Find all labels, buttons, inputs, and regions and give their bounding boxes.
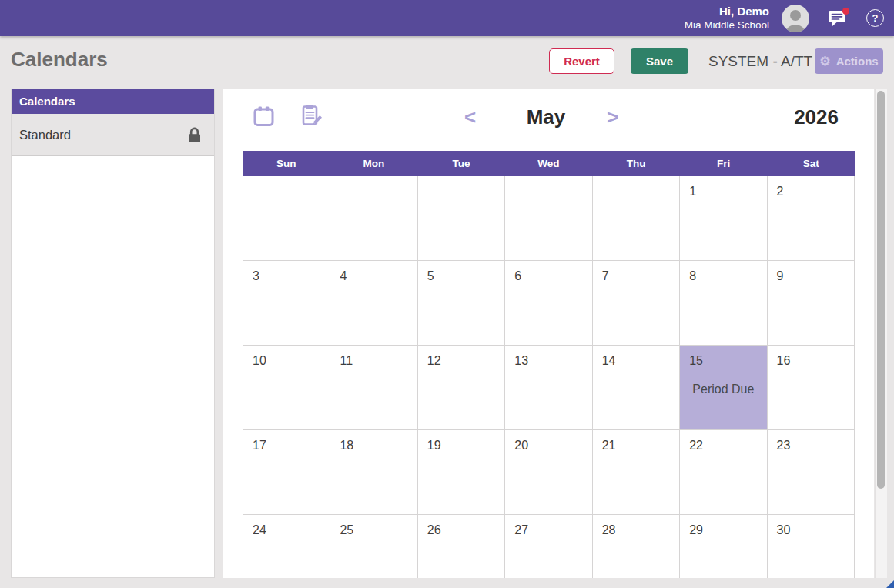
day-number: 21	[602, 439, 679, 453]
avatar[interactable]	[782, 5, 809, 32]
day-number: 16	[777, 354, 854, 368]
calendar-day-cell[interactable]	[593, 176, 679, 260]
sidebar: Calendars Standard	[11, 89, 215, 578]
next-month-button[interactable]: >	[607, 106, 618, 129]
calendar-day-cell[interactable]: 18	[330, 430, 417, 514]
sidebar-header: Calendars	[12, 89, 214, 114]
day-number: 12	[427, 354, 504, 368]
calendar-day-cell[interactable]	[330, 176, 417, 260]
weekday-label: Mon	[330, 151, 418, 176]
help-icon[interactable]: ?	[866, 9, 884, 27]
day-number: 25	[340, 523, 417, 537]
sidebar-item-label: Standard	[19, 128, 71, 142]
day-number: 23	[777, 439, 854, 453]
calendar-glyph	[253, 105, 274, 127]
calendar-day-cell[interactable]: 7	[593, 261, 679, 345]
notification-dot	[842, 8, 849, 15]
day-number: 30	[777, 523, 854, 537]
calendar-day-cell[interactable]	[505, 176, 591, 260]
weekday-label: Thu	[592, 151, 680, 176]
day-number: 20	[514, 439, 591, 453]
calendar-panel: < May > 2026 SunMonTueWedThuFriSat 12345…	[223, 89, 874, 578]
calendar-day-cell[interactable]: 3	[243, 261, 330, 345]
calendar-day-cell[interactable]: 30	[768, 515, 854, 578]
calendar-day-cell[interactable]: 14	[593, 346, 679, 429]
day-number: 11	[340, 354, 417, 368]
day-number: 4	[340, 269, 417, 283]
actions-button-label: Actions	[836, 55, 879, 68]
day-number: 15	[689, 354, 766, 368]
clipboard-pencil-glyph	[302, 104, 322, 127]
corner-resize-triangle	[886, 580, 894, 588]
calendar-day-cell[interactable]: 25	[330, 515, 417, 578]
day-number: 24	[253, 523, 330, 537]
day-number: 29	[689, 523, 766, 537]
calendar-day-cell[interactable]: 4	[330, 261, 417, 345]
save-button[interactable]: Save	[631, 48, 688, 74]
lock-icon	[187, 127, 202, 143]
calendar-day-cell[interactable]: 19	[418, 430, 504, 514]
calendar-day-cell[interactable]	[418, 176, 504, 260]
calendar-day-cell[interactable]: 24	[243, 515, 330, 578]
day-number: 1	[689, 185, 766, 199]
day-number: 10	[253, 354, 330, 368]
calendar-day-cell[interactable]: 27	[505, 515, 591, 578]
topbar: Hi, Demo Mia Middle School ?	[0, 0, 894, 36]
day-number: 28	[602, 523, 679, 537]
system-label: SYSTEM - A/TT	[708, 53, 812, 70]
calendar-day-cell[interactable]: 12	[418, 346, 504, 429]
day-number: 14	[602, 354, 679, 368]
day-number: 18	[340, 439, 417, 453]
weekday-row: SunMonTueWedThuFriSat	[243, 151, 855, 176]
calendar-day-cell[interactable]	[243, 176, 330, 260]
calendar-day-cell[interactable]: 8	[680, 261, 766, 345]
messages-icon[interactable]	[828, 10, 846, 27]
calendar-day-cell[interactable]: 29	[680, 515, 766, 578]
day-number: 27	[514, 523, 591, 537]
scrollbar-track[interactable]	[875, 89, 887, 578]
weekday-label: Sat	[767, 151, 855, 176]
sidebar-item-standard[interactable]: Standard	[12, 114, 214, 156]
calendar-day-cell[interactable]: 16	[768, 346, 854, 429]
calendar-day-cell[interactable]: 21	[593, 430, 679, 514]
avatar-head-shape	[790, 10, 801, 21]
day-number: 22	[689, 439, 766, 453]
day-number: 5	[427, 269, 504, 283]
calendar-day-cell[interactable]: 5	[418, 261, 504, 345]
day-number: 6	[514, 269, 591, 283]
calendar-day-cell[interactable]: 23	[768, 430, 854, 514]
calendar-day-cell[interactable]: 17	[243, 430, 330, 514]
calendar-day-cell[interactable]: 13	[505, 346, 591, 429]
calendar-day-cell[interactable]: 28	[593, 515, 679, 578]
weekday-label: Sun	[243, 151, 330, 176]
day-number: 19	[427, 439, 504, 453]
calendar-day-cell[interactable]: 2	[768, 176, 854, 260]
calendar-day-cell[interactable]: 11	[330, 346, 417, 429]
calendar-day-cell[interactable]: 20	[505, 430, 591, 514]
page-title: Calendars	[11, 48, 108, 72]
calendar-day-cell[interactable]: 15Period Due	[680, 346, 766, 429]
calendar-view-icon[interactable]	[253, 105, 274, 130]
calendar-day-cell[interactable]: 22	[680, 430, 766, 514]
notes-edit-icon[interactable]	[302, 104, 322, 130]
calendar-day-cell[interactable]: 6	[505, 261, 591, 345]
user-info: Hi, Demo Mia Middle School	[685, 4, 769, 32]
prev-month-button[interactable]: <	[464, 106, 476, 129]
day-number: 17	[253, 439, 330, 453]
year-label: 2026	[794, 105, 839, 129]
scrollbar-thumb[interactable]	[877, 91, 885, 489]
day-number: 8	[689, 269, 766, 283]
calendar-day-cell[interactable]: 10	[243, 346, 330, 429]
help-glyph: ?	[872, 12, 879, 24]
revert-button[interactable]: Revert	[549, 48, 614, 74]
event-label: Period Due	[680, 383, 766, 396]
day-number: 2	[777, 185, 854, 199]
user-greeting: Hi, Demo	[685, 4, 769, 19]
weekday-label: Wed	[505, 151, 593, 176]
day-number: 7	[602, 269, 679, 283]
month-label: May	[500, 105, 592, 129]
actions-button[interactable]: ⚙ Actions	[815, 48, 883, 74]
calendar-day-cell[interactable]: 1	[680, 176, 766, 260]
calendar-day-cell[interactable]: 9	[768, 261, 854, 345]
calendar-day-cell[interactable]: 26	[418, 515, 504, 578]
